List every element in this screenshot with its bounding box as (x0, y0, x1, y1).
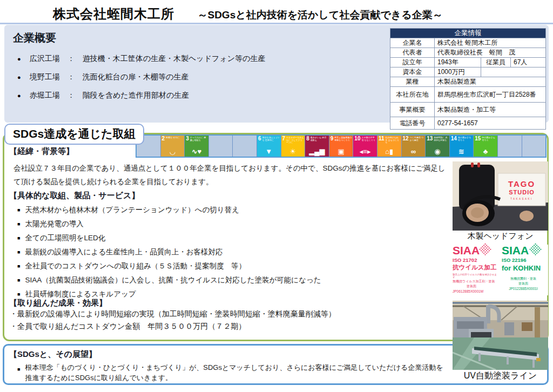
factory-description: 階段を含めた造作用部材の生産 (83, 91, 189, 100)
row-label: 業種 (390, 77, 435, 87)
row-label: 電話番号 (390, 117, 435, 130)
list-item: 全ての工場照明をLED化 (17, 231, 321, 245)
initiatives-list: 天然木材から植林木材（プランテーションウッド）への切り替え 太陽光発電の導入 全… (17, 203, 321, 301)
sdg-cell-16-empty (498, 136, 522, 157)
row-label: 事業概要 (390, 103, 435, 117)
table-row: 企業名 株式会社 蛭間木工所 (390, 38, 546, 48)
sdg-cell-4-empty (209, 136, 233, 157)
siaa-brand-text: SIAA (502, 245, 529, 256)
siaa-note: 無機抗菌剤・塗装 (502, 276, 545, 281)
list-item: 広沢工場 ： 遊技機・木工筐体の生産・木製ヘッドフォン等の生産 (17, 50, 265, 68)
sdg-goal-11-icon: 11住み続けられる まちづくりを⌂▮ (377, 136, 402, 157)
row-label: 資本金 (390, 67, 435, 77)
sdg-cell-17-empty (522, 136, 546, 157)
factory-name: 広沢工場 (30, 54, 60, 64)
title-divider (0, 23, 553, 24)
siaa-note: 製品上の特定ウイルスの数を減少させます (453, 273, 499, 279)
svg-text:STUDIO: STUDIO (509, 189, 535, 195)
row-value: 0277-54-1657 (435, 117, 546, 130)
siaa-brand-text: SIAA (453, 245, 480, 256)
svg-text:TAKASAKI: TAKASAKI (510, 198, 533, 200)
uv-line-caption: UV自動塗装ライン (453, 370, 548, 382)
sdg-cell-5-empty (233, 136, 257, 157)
table-row: 本社所在地 群馬県桐生市広沢町一丁目2528番 (390, 87, 546, 103)
row-value: 1943年 (435, 58, 481, 67)
list-item: 最新鋭の設備導入による生産性向上・品質向上・お客様対応 (17, 245, 321, 259)
factory-description: 洗面化粧台の扉・木棚等の生産 (83, 72, 189, 82)
sdg-goal-14-icon: 14海の豊かさを 守ろう≋ (450, 136, 474, 157)
row-value: 株式会社 蛭間木工所 (435, 38, 546, 48)
row-value: 67人 (511, 58, 546, 67)
siaa-diamond-icon (529, 242, 542, 255)
siaa-title: for KOHKIN (502, 264, 548, 272)
sdg-goal-9-icon: 9産業と技術革新の 基盤をつくろう▣ (329, 136, 354, 157)
separator: ： (68, 72, 75, 82)
sdg-goal-6-icon: 6安全な水とトイレを 世界中に▼ (257, 136, 281, 157)
page-title: 株式会社蛭間木工所 ～SDGsと社内技術を活かして社会貢献できる企業～ (0, 5, 553, 23)
table-row: 業種 木製品製造業 (390, 77, 546, 87)
siaa-antiviral-logo: SIAA ISO 21702 抗ウイルス加工 製品上の特定ウイルスの数を減少させ… (453, 245, 499, 295)
sdg-goal-13-icon: 13気候変動に 具体的な対策を◉ (426, 136, 450, 157)
sdg-icon-strip: 2飢餓を ゼロに◡ 3すべての人に 健康と福祉を∿♥ 6安全な水とトイレを 世界… (136, 134, 547, 158)
sdg-goal-12-icon: 12つくる責任 つかう責任∞ (402, 136, 426, 157)
results-heading: 【取り組んだ成果・効果】 (9, 298, 107, 308)
company-tagline: ～SDGsと社内技術を活かして社会貢献できる企業～ (197, 9, 442, 21)
siaa-diamond-icon (478, 242, 491, 255)
sdg-goal-10-icon: 10人や国の不平等 をなくそう◂≡▸ (353, 136, 377, 157)
siaa-note: 無機抗ウイルス加工剤・塗装 (453, 279, 499, 284)
table-row: 資本金 1000万円 (390, 67, 546, 77)
siaa-kohkin-logo: SIAA ISO 22196 for KOHKIN 無機抗菌剤・塗装 塗装面 J… (502, 245, 548, 295)
row-label: 従業員 (481, 58, 511, 67)
factory-name: 赤堀工場 (30, 91, 60, 100)
uv-painting-line-photo (453, 301, 548, 370)
overview-heading: 企業概要 (13, 31, 56, 45)
table-row: 代表者 代表取締役社長 蛭間 茂 (390, 48, 546, 58)
wooden-headphones-photo: TAGO STUDIO TAKASAKI (453, 161, 548, 231)
outlook-text: 根本理念「ものづくり・ひとづくり・まちづくり」が、SDGsとマッチしており、さら… (17, 362, 445, 383)
row-value: 木製品製造業 (435, 77, 546, 87)
separator: ： (68, 54, 75, 64)
list-item: 赤堀工場 ： 階段を含めた造作用部材の生産 (17, 86, 265, 105)
list-item: 太陽光発電の導入 (17, 217, 321, 231)
table-row: 電話番号 0277-54-1657 (390, 117, 546, 130)
factory-name: 境野工場 (30, 72, 60, 82)
sdg-goal-2-icon: 2飢餓を ゼロに◡ (161, 136, 185, 157)
table-row: 事業概要 木製品製造・加工等 (390, 103, 546, 117)
background-text: 会社設立７３年目の企業であり、通過点として１００年企業を目指しております。その中… (14, 161, 452, 188)
row-value: 代表取締役社長 蛭間 茂 (435, 48, 546, 58)
background-heading: 【経緯・背景等】 (9, 146, 74, 157)
company-name: 株式会社蛭間木工所 (53, 6, 174, 21)
separator: ： (68, 91, 75, 100)
table-header: 企業情報 (390, 29, 546, 38)
siaa-note: 塗装面 (453, 284, 490, 289)
sdg-goal-7-icon: 7エネルギーをみんなに そしてクリーンに☀ (281, 136, 306, 157)
company-overview-section: 企業概要 広沢工場 ： 遊技機・木工筐体の生産・木製ヘッドフォン等の生産 境野工… (4, 25, 549, 123)
headphone-caption: 木製ヘッドフォン (453, 231, 548, 241)
list-item: 境野工場 ： 洗面化粧台の扉・木棚等の生産 (17, 68, 265, 86)
row-value: 1000万円 (435, 67, 481, 77)
siaa-code: JP0122885X0001I (502, 287, 545, 290)
factory-description: 遊技機・木工筐体の生産・木製ヘッドフォン等の生産 (83, 54, 266, 64)
siaa-note: 塗装面 (502, 281, 545, 286)
list-item: 全社員でのコストダウンへの取り組み（５Ｓ活動・提案制度 等） (17, 259, 321, 273)
table-row: 設立年 1943年 従業員 67人 (390, 58, 546, 67)
sdg-goal-15-icon: 15陸の豊かさも 守ろう♣ (474, 136, 498, 157)
outlook-heading: 【SDGsと、その展望】 (9, 349, 97, 360)
siaa-code: JP0612885X0001M (453, 289, 499, 293)
initiatives-heading: 【具体的な取組、製品・サービス】 (9, 191, 139, 201)
row-value: 木製品製造・加工等 (435, 103, 546, 117)
sdgs-section-badge: SDGs達成を通じた取組 (4, 124, 144, 145)
iso-number: ISO 22196 (502, 257, 548, 263)
company-info-table: 企業情報 企業名 株式会社 蛭間木工所 代表者 代表取締役社長 蛭間 茂 設立年… (390, 28, 546, 130)
iso-number: ISO 21702 (453, 257, 499, 263)
siaa-title: 抗ウイルス加工 (453, 263, 499, 272)
page: 株式会社蛭間木工所 ～SDGsと社内技術を活かして社会貢献できる企業～ 企業概要… (0, 0, 553, 392)
siaa-logos: SIAA ISO 21702 抗ウイルス加工 製品上の特定ウイルスの数を減少させ… (453, 245, 548, 295)
results-line: ・最新鋭の設備導入により時間短縮の実現（加工時間短縮・塗装時間短縮・塗料廃棄量削… (10, 309, 336, 319)
row-label: 本社所在地 (390, 87, 435, 103)
row-value: 群馬県桐生市広沢町一丁目2528番 (435, 87, 546, 103)
list-item: 天然木材から植林木材（プランテーションウッド）への切り替え (17, 203, 321, 217)
row-label: 設立年 (390, 58, 435, 67)
sdg-goal-8-icon: 8働きがいも 経済成長も▂▄▆ (305, 136, 329, 157)
sdg-goal-3-icon: 3すべての人に 健康と福祉を∿♥ (185, 136, 209, 157)
